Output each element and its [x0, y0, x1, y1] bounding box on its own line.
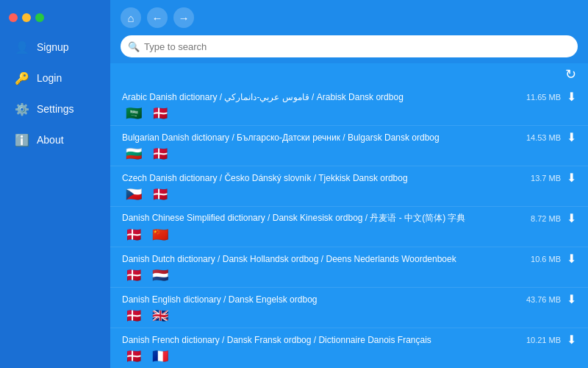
dict-flags: 🇧🇬🇩🇰 [122, 146, 576, 161]
flag-icon: 🇨🇳 [148, 227, 172, 242]
dictionary-list: ↻ Arabic Danish dictionary / قاموس عربي-… [110, 63, 588, 368]
download-button[interactable]: ⬇ [567, 211, 576, 225]
dict-size: 13.7 MB [531, 174, 561, 183]
dict-meta: 14.53 MB ⬇ [526, 130, 576, 144]
main-content: ⌂ ← → 🔍 ↻ Arabic Danish dictionary / قام… [110, 0, 588, 368]
sidebar-item-about[interactable]: ℹ️ About [4, 125, 106, 155]
dict-row[interactable]: Czech Danish dictionary / Česko Dánský s… [110, 166, 588, 207]
search-bar: 🔍 [121, 35, 578, 57]
minimize-button[interactable] [22, 13, 31, 22]
flag-icon: 🇫🇷 [148, 349, 172, 364]
download-button[interactable]: ⬇ [567, 171, 576, 185]
settings-icon: ⚙️ [15, 102, 29, 116]
flag-icon: 🇩🇰 [122, 227, 146, 242]
dict-row-header: Arabic Danish dictionary / قاموس عربي-دا… [122, 90, 576, 104]
sidebar-label-signup: Signup [37, 41, 69, 53]
dict-flags: 🇩🇰🇳🇱 [122, 268, 576, 283]
dict-meta: 13.7 MB ⬇ [531, 171, 576, 185]
dict-row[interactable]: Arabic Danish dictionary / قاموس عربي-دا… [110, 85, 588, 126]
dict-size: 11.65 MB [526, 93, 561, 102]
sidebar-label-settings: Settings [37, 103, 74, 115]
download-button[interactable]: ⬇ [567, 292, 576, 306]
dict-row[interactable]: Danish Chinese Simplified dictionary / D… [110, 207, 588, 247]
top-bar: ↻ [110, 63, 588, 85]
back-button[interactable]: ← [147, 7, 168, 28]
dict-row-header: Danish Dutch dictionary / Dansk Hollands… [122, 252, 576, 266]
dict-meta: 10.21 MB ⬇ [526, 333, 576, 347]
dict-title: Arabic Danish dictionary / قاموس عربي-دا… [122, 92, 404, 102]
dict-size: 10.21 MB [526, 336, 561, 344]
dict-title: Danish English dictionary / Dansk Engels… [122, 294, 317, 305]
flag-icon: 🇩🇰 [148, 187, 172, 202]
flag-icon: 🇸🇦 [122, 106, 146, 121]
dict-meta: 43.76 MB ⬇ [526, 292, 576, 306]
sidebar-item-login[interactable]: 🔑 Login [4, 63, 106, 93]
dict-meta: 8.72 MB ⬇ [531, 211, 576, 225]
dict-title: Czech Danish dictionary / Česko Dánský s… [122, 173, 408, 183]
dict-meta: 11.65 MB ⬇ [526, 90, 576, 104]
dict-flags: 🇩🇰🇨🇳 [122, 227, 576, 242]
dict-size: 43.76 MB [526, 295, 561, 304]
sidebar-label-about: About [37, 134, 64, 146]
refresh-button[interactable]: ↻ [565, 66, 576, 82]
dict-size: 14.53 MB [526, 133, 561, 142]
flag-icon: 🇩🇰 [122, 268, 146, 283]
download-button[interactable]: ⬇ [567, 130, 576, 144]
dict-row-header: Danish English dictionary / Dansk Engels… [122, 292, 576, 306]
close-button[interactable] [9, 13, 18, 22]
dict-row[interactable]: Danish French dictionary / Dansk Fransk … [110, 328, 588, 368]
dict-title: Danish French dictionary / Dansk Fransk … [122, 335, 431, 345]
search-icon: 🔍 [128, 41, 140, 52]
home-button[interactable]: ⌂ [121, 7, 141, 28]
toolbar: ⌂ ← → [110, 0, 588, 35]
flag-icon: 🇧🇬 [122, 146, 146, 161]
sidebar-item-signup[interactable]: 👤 Signup [4, 32, 106, 62]
dict-meta: 10.6 MB ⬇ [531, 252, 576, 266]
download-button[interactable]: ⬇ [567, 252, 576, 266]
dict-flags: 🇩🇰🇬🇧 [122, 308, 576, 323]
dict-size: 8.72 MB [531, 214, 561, 223]
flag-icon: 🇩🇰 [122, 349, 146, 364]
sidebar-item-settings[interactable]: ⚙️ Settings [4, 94, 106, 124]
flag-icon: 🇩🇰 [148, 106, 172, 121]
dict-flags: 🇨🇿🇩🇰 [122, 187, 576, 202]
signup-icon: 👤 [15, 40, 29, 54]
dict-title: Bulgarian Danish dictionary / Българско-… [122, 132, 440, 143]
flag-icon: 🇨🇿 [122, 187, 146, 202]
sidebar-label-login: Login [37, 72, 62, 84]
download-button[interactable]: ⬇ [567, 333, 576, 347]
dict-row[interactable]: Danish Dutch dictionary / Dansk Hollands… [110, 247, 588, 288]
dict-row-header: Bulgarian Danish dictionary / Българско-… [122, 130, 576, 144]
flag-icon: 🇩🇰 [122, 308, 146, 323]
about-icon: ℹ️ [15, 132, 29, 147]
dict-flags: 🇸🇦🇩🇰 [122, 106, 576, 121]
traffic-lights [0, 7, 110, 31]
dict-row-header: Danish Chinese Simplified dictionary / D… [122, 211, 576, 225]
fullscreen-button[interactable] [35, 13, 44, 22]
sidebar: 👤 Signup 🔑 Login ⚙️ Settings ℹ️ About [0, 0, 110, 368]
dict-row-header: Danish French dictionary / Dansk Fransk … [122, 333, 576, 347]
dict-flags: 🇩🇰🇫🇷 [122, 349, 576, 364]
dict-row[interactable]: Danish English dictionary / Dansk Engels… [110, 288, 588, 328]
flag-icon: 🇩🇰 [148, 146, 172, 161]
dict-title: Danish Dutch dictionary / Dansk Hollands… [122, 254, 456, 264]
flag-icon: 🇬🇧 [148, 308, 172, 323]
dict-title: Danish Chinese Simplified dictionary / D… [122, 212, 465, 224]
flag-icon: 🇳🇱 [148, 268, 172, 283]
dict-row-header: Czech Danish dictionary / Česko Dánský s… [122, 171, 576, 185]
forward-button[interactable]: → [173, 7, 194, 28]
login-icon: 🔑 [15, 71, 29, 85]
dict-size: 10.6 MB [531, 255, 561, 263]
dict-row[interactable]: Bulgarian Danish dictionary / Българско-… [110, 126, 588, 166]
search-input[interactable] [121, 35, 578, 57]
download-button[interactable]: ⬇ [567, 90, 576, 104]
